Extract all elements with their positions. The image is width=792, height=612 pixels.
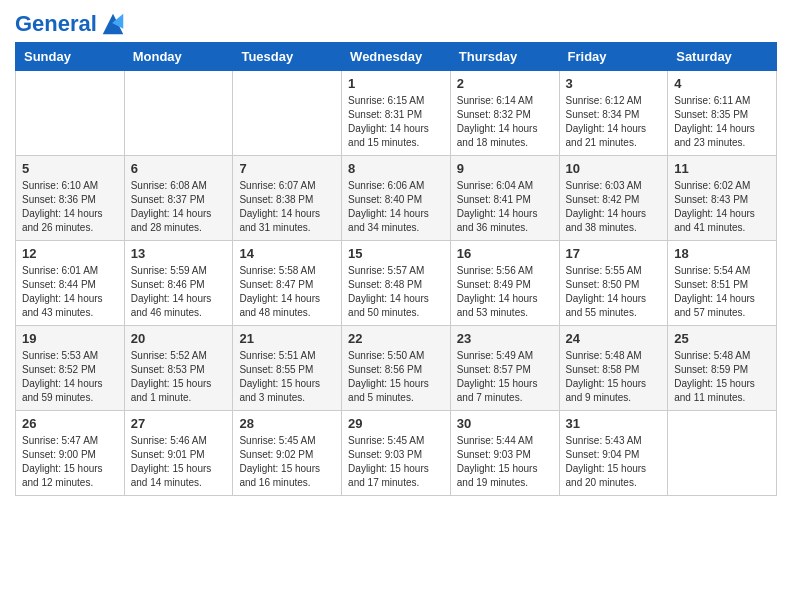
day-number: 26 xyxy=(22,416,118,431)
day-info: Sunrise: 5:47 AM Sunset: 9:00 PM Dayligh… xyxy=(22,434,118,490)
day-number: 27 xyxy=(131,416,227,431)
day-cell: 1Sunrise: 6:15 AM Sunset: 8:31 PM Daylig… xyxy=(342,71,451,156)
day-cell: 2Sunrise: 6:14 AM Sunset: 8:32 PM Daylig… xyxy=(450,71,559,156)
day-cell: 27Sunrise: 5:46 AM Sunset: 9:01 PM Dayli… xyxy=(124,411,233,496)
day-cell: 18Sunrise: 5:54 AM Sunset: 8:51 PM Dayli… xyxy=(668,241,777,326)
day-cell: 13Sunrise: 5:59 AM Sunset: 8:46 PM Dayli… xyxy=(124,241,233,326)
day-info: Sunrise: 5:45 AM Sunset: 9:03 PM Dayligh… xyxy=(348,434,444,490)
day-cell: 29Sunrise: 5:45 AM Sunset: 9:03 PM Dayli… xyxy=(342,411,451,496)
day-number: 18 xyxy=(674,246,770,261)
day-cell: 10Sunrise: 6:03 AM Sunset: 8:42 PM Dayli… xyxy=(559,156,668,241)
logo-text: General xyxy=(15,12,97,36)
day-info: Sunrise: 6:15 AM Sunset: 8:31 PM Dayligh… xyxy=(348,94,444,150)
day-number: 11 xyxy=(674,161,770,176)
day-info: Sunrise: 5:48 AM Sunset: 8:58 PM Dayligh… xyxy=(566,349,662,405)
day-cell: 5Sunrise: 6:10 AM Sunset: 8:36 PM Daylig… xyxy=(16,156,125,241)
day-info: Sunrise: 5:55 AM Sunset: 8:50 PM Dayligh… xyxy=(566,264,662,320)
day-info: Sunrise: 5:45 AM Sunset: 9:02 PM Dayligh… xyxy=(239,434,335,490)
day-number: 1 xyxy=(348,76,444,91)
day-number: 24 xyxy=(566,331,662,346)
day-info: Sunrise: 6:03 AM Sunset: 8:42 PM Dayligh… xyxy=(566,179,662,235)
day-info: Sunrise: 5:50 AM Sunset: 8:56 PM Dayligh… xyxy=(348,349,444,405)
day-number: 8 xyxy=(348,161,444,176)
day-cell: 4Sunrise: 6:11 AM Sunset: 8:35 PM Daylig… xyxy=(668,71,777,156)
day-cell: 31Sunrise: 5:43 AM Sunset: 9:04 PM Dayli… xyxy=(559,411,668,496)
day-cell: 22Sunrise: 5:50 AM Sunset: 8:56 PM Dayli… xyxy=(342,326,451,411)
col-header-thursday: Thursday xyxy=(450,43,559,71)
week-row-2: 5Sunrise: 6:10 AM Sunset: 8:36 PM Daylig… xyxy=(16,156,777,241)
day-info: Sunrise: 5:59 AM Sunset: 8:46 PM Dayligh… xyxy=(131,264,227,320)
day-info: Sunrise: 5:52 AM Sunset: 8:53 PM Dayligh… xyxy=(131,349,227,405)
day-cell: 30Sunrise: 5:44 AM Sunset: 9:03 PM Dayli… xyxy=(450,411,559,496)
day-number: 23 xyxy=(457,331,553,346)
week-row-1: 1Sunrise: 6:15 AM Sunset: 8:31 PM Daylig… xyxy=(16,71,777,156)
day-cell: 28Sunrise: 5:45 AM Sunset: 9:02 PM Dayli… xyxy=(233,411,342,496)
day-cell: 12Sunrise: 6:01 AM Sunset: 8:44 PM Dayli… xyxy=(16,241,125,326)
day-number: 30 xyxy=(457,416,553,431)
day-cell: 9Sunrise: 6:04 AM Sunset: 8:41 PM Daylig… xyxy=(450,156,559,241)
day-number: 7 xyxy=(239,161,335,176)
day-cell: 6Sunrise: 6:08 AM Sunset: 8:37 PM Daylig… xyxy=(124,156,233,241)
day-number: 21 xyxy=(239,331,335,346)
day-cell: 16Sunrise: 5:56 AM Sunset: 8:49 PM Dayli… xyxy=(450,241,559,326)
day-cell xyxy=(124,71,233,156)
calendar-page: General SundayMondayTuesdayWednesdayThur… xyxy=(0,0,792,511)
day-info: Sunrise: 5:44 AM Sunset: 9:03 PM Dayligh… xyxy=(457,434,553,490)
day-info: Sunrise: 5:54 AM Sunset: 8:51 PM Dayligh… xyxy=(674,264,770,320)
day-info: Sunrise: 6:06 AM Sunset: 8:40 PM Dayligh… xyxy=(348,179,444,235)
day-info: Sunrise: 6:10 AM Sunset: 8:36 PM Dayligh… xyxy=(22,179,118,235)
week-row-4: 19Sunrise: 5:53 AM Sunset: 8:52 PM Dayli… xyxy=(16,326,777,411)
day-cell: 11Sunrise: 6:02 AM Sunset: 8:43 PM Dayli… xyxy=(668,156,777,241)
day-info: Sunrise: 6:14 AM Sunset: 8:32 PM Dayligh… xyxy=(457,94,553,150)
day-number: 2 xyxy=(457,76,553,91)
day-number: 17 xyxy=(566,246,662,261)
day-number: 4 xyxy=(674,76,770,91)
day-info: Sunrise: 6:08 AM Sunset: 8:37 PM Dayligh… xyxy=(131,179,227,235)
day-cell: 19Sunrise: 5:53 AM Sunset: 8:52 PM Dayli… xyxy=(16,326,125,411)
day-cell: 25Sunrise: 5:48 AM Sunset: 8:59 PM Dayli… xyxy=(668,326,777,411)
day-cell: 3Sunrise: 6:12 AM Sunset: 8:34 PM Daylig… xyxy=(559,71,668,156)
day-number: 16 xyxy=(457,246,553,261)
day-info: Sunrise: 5:53 AM Sunset: 8:52 PM Dayligh… xyxy=(22,349,118,405)
day-info: Sunrise: 5:49 AM Sunset: 8:57 PM Dayligh… xyxy=(457,349,553,405)
day-number: 28 xyxy=(239,416,335,431)
day-info: Sunrise: 5:43 AM Sunset: 9:04 PM Dayligh… xyxy=(566,434,662,490)
day-cell: 15Sunrise: 5:57 AM Sunset: 8:48 PM Dayli… xyxy=(342,241,451,326)
day-cell xyxy=(668,411,777,496)
day-cell: 17Sunrise: 5:55 AM Sunset: 8:50 PM Dayli… xyxy=(559,241,668,326)
logo-icon xyxy=(99,10,127,38)
calendar-header-row: SundayMondayTuesdayWednesdayThursdayFrid… xyxy=(16,43,777,71)
day-cell: 8Sunrise: 6:06 AM Sunset: 8:40 PM Daylig… xyxy=(342,156,451,241)
day-number: 14 xyxy=(239,246,335,261)
day-number: 25 xyxy=(674,331,770,346)
day-info: Sunrise: 6:11 AM Sunset: 8:35 PM Dayligh… xyxy=(674,94,770,150)
day-cell: 20Sunrise: 5:52 AM Sunset: 8:53 PM Dayli… xyxy=(124,326,233,411)
day-cell: 23Sunrise: 5:49 AM Sunset: 8:57 PM Dayli… xyxy=(450,326,559,411)
day-number: 9 xyxy=(457,161,553,176)
day-number: 6 xyxy=(131,161,227,176)
day-cell: 24Sunrise: 5:48 AM Sunset: 8:58 PM Dayli… xyxy=(559,326,668,411)
week-row-3: 12Sunrise: 6:01 AM Sunset: 8:44 PM Dayli… xyxy=(16,241,777,326)
logo: General xyxy=(15,10,127,34)
day-number: 3 xyxy=(566,76,662,91)
day-number: 12 xyxy=(22,246,118,261)
day-number: 15 xyxy=(348,246,444,261)
day-number: 10 xyxy=(566,161,662,176)
day-cell: 21Sunrise: 5:51 AM Sunset: 8:55 PM Dayli… xyxy=(233,326,342,411)
day-info: Sunrise: 5:48 AM Sunset: 8:59 PM Dayligh… xyxy=(674,349,770,405)
col-header-sunday: Sunday xyxy=(16,43,125,71)
col-header-wednesday: Wednesday xyxy=(342,43,451,71)
day-number: 29 xyxy=(348,416,444,431)
day-info: Sunrise: 6:01 AM Sunset: 8:44 PM Dayligh… xyxy=(22,264,118,320)
day-cell: 14Sunrise: 5:58 AM Sunset: 8:47 PM Dayli… xyxy=(233,241,342,326)
day-info: Sunrise: 6:07 AM Sunset: 8:38 PM Dayligh… xyxy=(239,179,335,235)
day-info: Sunrise: 5:56 AM Sunset: 8:49 PM Dayligh… xyxy=(457,264,553,320)
day-number: 20 xyxy=(131,331,227,346)
day-cell: 7Sunrise: 6:07 AM Sunset: 8:38 PM Daylig… xyxy=(233,156,342,241)
week-row-5: 26Sunrise: 5:47 AM Sunset: 9:00 PM Dayli… xyxy=(16,411,777,496)
day-info: Sunrise: 5:57 AM Sunset: 8:48 PM Dayligh… xyxy=(348,264,444,320)
col-header-friday: Friday xyxy=(559,43,668,71)
calendar-table: SundayMondayTuesdayWednesdayThursdayFrid… xyxy=(15,42,777,496)
day-number: 13 xyxy=(131,246,227,261)
day-cell xyxy=(233,71,342,156)
